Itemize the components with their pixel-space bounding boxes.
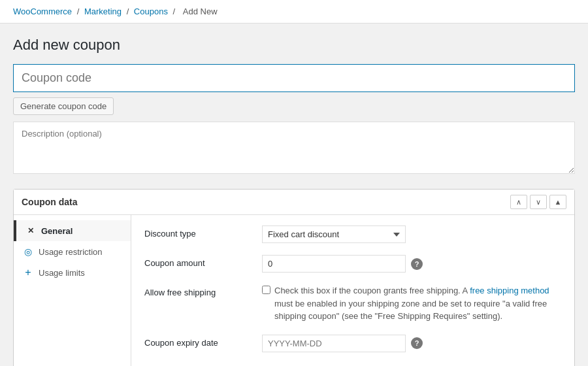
discount-type-select[interactable]: Percentage discount Fixed cart discount … [262, 225, 406, 243]
page-title: Add new coupon [13, 37, 575, 54]
form-row-expiry-date: Coupon expiry date ? [144, 335, 561, 352]
tab-usage-limits[interactable]: Usage limits [14, 262, 131, 283]
tab-content-general: Discount type Percentage discount Fixed … [131, 215, 574, 366]
breadcrumb-sep-3: / [173, 7, 178, 16]
general-icon [25, 225, 36, 236]
coupon-data-title: Coupon data [22, 197, 78, 207]
form-row-coupon-amount: Coupon amount ? [144, 255, 561, 273]
coupon-data-box: Coupon data ∧ ∨ ▲ General Usage restrict… [13, 189, 575, 366]
free-shipping-checkbox[interactable] [262, 286, 270, 294]
coupon-data-down-button[interactable]: ∨ [530, 195, 547, 209]
form-row-discount-type: Discount type Percentage discount Fixed … [144, 225, 561, 243]
coupon-data-up-button[interactable]: ∧ [510, 195, 527, 209]
usage-restriction-icon [23, 246, 33, 257]
description-textarea[interactable] [13, 122, 575, 174]
free-shipping-label: Allow free shipping [144, 284, 249, 297]
coupon-amount-input[interactable] [262, 255, 406, 273]
expiry-date-field: ? [262, 335, 561, 352]
generate-coupon-code-button[interactable]: Generate coupon code [13, 97, 114, 115]
free-shipping-description: Check this box if the coupon grants free… [274, 284, 561, 323]
coupon-code-input[interactable] [13, 64, 575, 92]
form-row-free-shipping: Allow free shipping Check this box if th… [144, 284, 561, 323]
tab-general-label: General [41, 226, 73, 236]
coupon-data-header: Coupon data ∧ ∨ ▲ [14, 190, 574, 215]
breadcrumb: WooCommerce / Marketing / Coupons / Add … [0, 0, 588, 24]
coupon-amount-field: ? [262, 255, 561, 273]
breadcrumb-coupons[interactable]: Coupons [134, 7, 168, 16]
free-shipping-method-link[interactable]: free shipping method [470, 286, 549, 295]
breadcrumb-sep-2: / [127, 7, 131, 16]
breadcrumb-woocommerce[interactable]: WooCommerce [13, 7, 72, 16]
discount-type-field: Percentage discount Fixed cart discount … [262, 225, 561, 243]
usage-limits-icon [23, 267, 33, 278]
breadcrumb-marketing[interactable]: Marketing [84, 7, 122, 16]
tab-usage-restriction-label: Usage restriction [39, 247, 103, 257]
breadcrumb-sep-1: / [77, 7, 82, 16]
tab-general[interactable]: General [14, 220, 131, 241]
free-shipping-field: Check this box if the coupon grants free… [262, 284, 561, 323]
expiry-date-input[interactable] [262, 335, 406, 352]
coupon-amount-label: Coupon amount [144, 255, 249, 268]
coupon-amount-help-icon[interactable]: ? [411, 258, 423, 270]
discount-type-label: Discount type [144, 225, 249, 239]
coupon-data-toggle-button[interactable]: ▲ [549, 195, 566, 209]
breadcrumb-current: Add New [183, 7, 218, 16]
tab-usage-limits-label: Usage limits [39, 268, 85, 278]
coupon-data-controls: ∧ ∨ ▲ [510, 195, 566, 209]
expiry-date-help-icon[interactable]: ? [411, 337, 423, 349]
coupon-data-body: General Usage restriction Usage limits D… [14, 215, 574, 366]
expiry-date-label: Coupon expiry date [144, 335, 249, 348]
tabs-sidebar: General Usage restriction Usage limits [14, 215, 131, 366]
tab-usage-restriction[interactable]: Usage restriction [14, 241, 131, 262]
free-shipping-checkbox-row: Check this box if the coupon grants free… [262, 284, 561, 323]
